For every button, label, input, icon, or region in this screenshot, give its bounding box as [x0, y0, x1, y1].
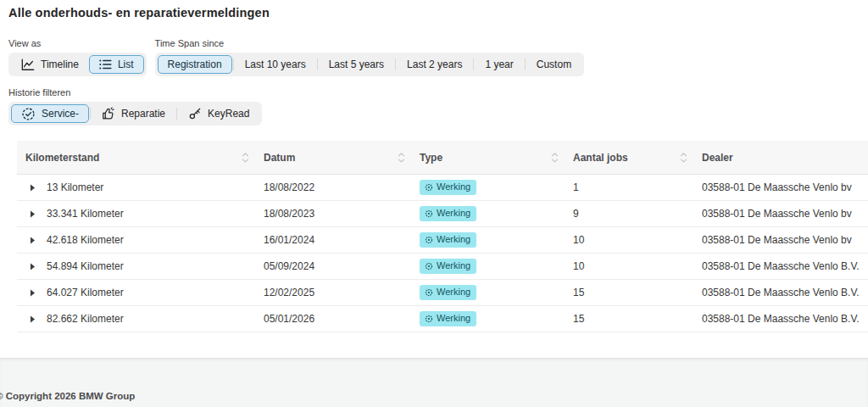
- filter-keyread-button[interactable]: KeyRead: [178, 104, 259, 123]
- table-row[interactable]: 13 Kilometer 18/08/2022 Werking 1 03588-…: [17, 175, 868, 201]
- table-row[interactable]: 42.618 Kilometer 16/01/2024 Werking 10 0…: [17, 227, 868, 254]
- column-header-kilometerstand[interactable]: Kilometerstand: [17, 141, 257, 174]
- list-icon: [99, 59, 112, 70]
- table-row[interactable]: 82.662 Kilometer 05/01/2026 Werking 15 0…: [17, 306, 868, 332]
- kilometerstand-value: 13 Kilometer: [47, 181, 103, 193]
- type-badge: Werking: [420, 206, 476, 221]
- type-badge-label: Werking: [437, 260, 470, 271]
- row-expand-toggle[interactable]: [30, 263, 36, 270]
- column-header-label: Aantal jobs: [573, 152, 628, 164]
- divider: [525, 59, 526, 70]
- dealer-value: 03588-01 De Maassche Venlo B.V.: [695, 313, 868, 325]
- timeline-button-label: Timeline: [41, 59, 79, 70]
- aantal-jobs-value: 10: [566, 260, 695, 272]
- list-button[interactable]: List: [89, 55, 144, 74]
- filter-reparatie-button[interactable]: Reparatie: [92, 104, 175, 123]
- sort-icon[interactable]: [398, 152, 405, 163]
- timespan-registration-button[interactable]: Registration: [158, 55, 232, 74]
- row-expand-toggle[interactable]: [30, 184, 36, 192]
- row-expand-toggle[interactable]: [30, 289, 36, 297]
- history-filter-label: Historie filteren: [8, 87, 868, 98]
- table-row[interactable]: 64.027 Kilometer 12/02/2025 Werking 15 0…: [17, 280, 868, 306]
- column-header-label: Datum: [264, 152, 295, 164]
- history-filter-section: Historie filteren Service- Reparatie: [8, 87, 868, 125]
- row-expand-toggle[interactable]: [30, 210, 36, 218]
- timespan-1-year-label: 1 year: [485, 59, 513, 70]
- datum-value: 18/08/2022: [257, 181, 413, 193]
- column-header-label: Kilometerstand: [25, 152, 99, 164]
- timeline-chart-icon: [21, 59, 35, 71]
- view-as-label: View as: [8, 38, 147, 48]
- main-content: Alle onderhouds- en reparatievermeldinge…: [0, 0, 868, 332]
- type-badge: Werking: [420, 311, 476, 326]
- gear-icon: [425, 288, 433, 297]
- type-badge-label: Werking: [437, 234, 470, 245]
- gear-icon: [425, 236, 433, 244]
- type-badge-label: Werking: [437, 287, 470, 298]
- type-badge-label: Werking: [437, 313, 470, 324]
- datum-value: 16/01/2024: [257, 234, 413, 246]
- column-header-aantal-jobs[interactable]: Aantal jobs: [566, 141, 695, 174]
- divider: [395, 59, 396, 70]
- divider: [90, 108, 91, 120]
- sort-icon[interactable]: [680, 152, 687, 163]
- type-badge-label: Werking: [437, 208, 470, 219]
- gear-icon: [425, 209, 433, 218]
- type-badge-label: Werking: [437, 181, 470, 192]
- type-badge: Werking: [420, 180, 476, 195]
- view-as-section: View as Timeline List: [8, 38, 147, 76]
- aantal-jobs-value: 1: [566, 181, 695, 193]
- controls-row: View as Timeline List Time Span since: [8, 38, 868, 76]
- type-badge: Werking: [420, 285, 476, 300]
- gear-icon: [425, 262, 433, 270]
- sort-icon[interactable]: [551, 152, 559, 163]
- datum-value: 12/02/2025: [257, 287, 413, 298]
- repair-icon: [102, 107, 115, 120]
- timespan-last-10-years-button[interactable]: Last 10 years: [235, 55, 316, 74]
- type-badge: Werking: [420, 232, 476, 248]
- timespan-last-5-years-label: Last 5 years: [329, 59, 384, 70]
- table-row[interactable]: 33.341 Kilometer 18/08/2023 Werking 9 03…: [17, 201, 868, 227]
- timespan-last-2-years-label: Last 2 years: [407, 59, 462, 70]
- aantal-jobs-value: 10: [566, 234, 695, 246]
- table-header-row: Kilometerstand Datum Type Aantal jobs: [17, 141, 868, 175]
- kilometerstand-value: 54.894 Kilometer: [47, 260, 124, 272]
- aantal-jobs-value: 9: [566, 208, 695, 220]
- list-button-label: List: [118, 59, 134, 70]
- column-header-dealer[interactable]: Dealer: [695, 141, 868, 174]
- timeline-button[interactable]: Timeline: [11, 55, 89, 74]
- kilometerstand-value: 64.027 Kilometer: [47, 287, 124, 298]
- timespan-last-5-years-button[interactable]: Last 5 years: [319, 55, 394, 74]
- table-body: 13 Kilometer 18/08/2022 Werking 1 03588-…: [17, 175, 868, 332]
- divider: [317, 59, 318, 70]
- dealer-value: 03588-01 De Maassche Venlo B.V.: [695, 260, 868, 272]
- timespan-last-2-years-button[interactable]: Last 2 years: [397, 55, 472, 74]
- timespan-registration-label: Registration: [168, 59, 222, 70]
- aantal-jobs-value: 15: [566, 287, 695, 298]
- timespan-1-year-button[interactable]: 1 year: [475, 55, 523, 74]
- copyright-text: © Copyright 2026 BMW Group: [0, 391, 135, 401]
- datum-value: 18/08/2023: [257, 208, 413, 220]
- kilometerstand-value: 42.618 Kilometer: [47, 234, 124, 246]
- filter-reparatie-label: Reparatie: [121, 108, 165, 120]
- datum-value: 05/09/2024: [257, 260, 413, 272]
- column-header-type[interactable]: Type: [413, 141, 566, 174]
- filter-service-button[interactable]: Service-: [11, 104, 89, 123]
- sort-icon[interactable]: [242, 152, 249, 163]
- filter-service-label: Service-: [42, 108, 79, 120]
- view-as-button-group: Timeline List: [8, 53, 147, 76]
- row-expand-toggle[interactable]: [30, 315, 36, 323]
- row-expand-toggle[interactable]: [30, 237, 36, 244]
- divider: [233, 59, 234, 70]
- column-header-label: Type: [420, 152, 442, 164]
- dealer-value: 03588-01 De Maassche Venlo bv: [695, 208, 868, 220]
- dealer-value: 03588-01 De Maassche Venlo bv: [695, 181, 868, 193]
- dealer-value: 03588-01 De Maassche Venlo bv: [695, 234, 868, 246]
- divider: [473, 59, 474, 70]
- gear-icon: [425, 183, 433, 192]
- page-footer: © Copyright 2026 BMW Group: [0, 358, 868, 407]
- timespan-custom-button[interactable]: Custom: [526, 55, 581, 74]
- column-header-datum[interactable]: Datum: [257, 141, 413, 174]
- time-span-section: Time Span since Registration Last 10 yea…: [155, 38, 585, 76]
- table-row[interactable]: 54.894 Kilometer 05/09/2024 Werking 10 0…: [17, 254, 868, 280]
